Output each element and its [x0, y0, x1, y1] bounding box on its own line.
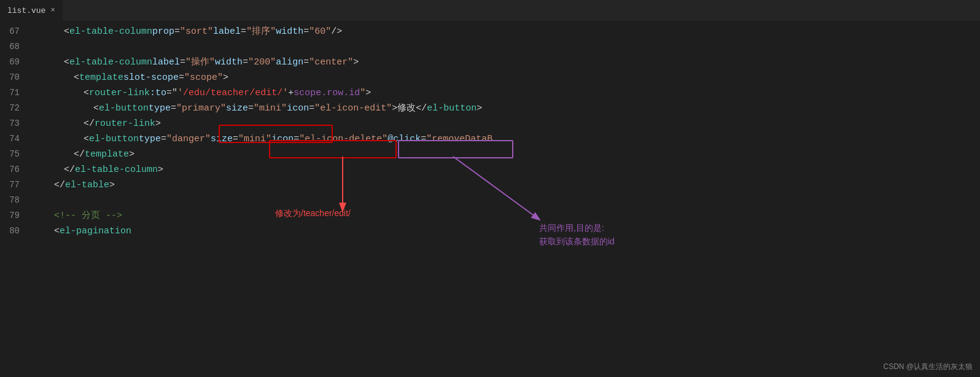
code-line-80: <el-pagination: [29, 223, 980, 239]
line-numbers: 67 68 69 70 71 72 73 74 75 76 77 78 79 8…: [0, 21, 29, 377]
tab-close-icon[interactable]: ×: [50, 6, 55, 15]
line-num-74: 74: [5, 131, 20, 147]
tab-filename: list.vue: [7, 6, 45, 15]
line-num-71: 71: [5, 85, 20, 101]
line-num-72: 72: [5, 101, 20, 116]
code-line-73: </router-link>: [29, 116, 980, 131]
watermark: CSDN @认真生活的灰太狼: [883, 362, 973, 372]
code-line-74: <el-button type="danger" size="mini" ico…: [29, 131, 980, 147]
code-line-77: </el-table>: [29, 177, 980, 193]
line-num-78: 78: [5, 193, 20, 208]
line-num-79: 79: [5, 208, 20, 223]
line-num-77: 77: [5, 177, 20, 193]
code-line-70: <template slot-scope="scope" >: [29, 70, 980, 85]
code-line-67: <el-table-column prop="sort" label="排序" …: [29, 24, 980, 39]
code-line-71: <router-link :to="'/edu/teacher/edit/'+s…: [29, 85, 980, 101]
line-num-69: 69: [5, 55, 20, 70]
code-line-76: </el-table-column>: [29, 162, 980, 177]
code-line-79: <!-- 分页 -->: [29, 208, 980, 223]
tab-bar: list.vue ×: [0, 0, 980, 21]
line-num-68: 68: [5, 39, 20, 55]
code-content: <el-table-column prop="sort" label="排序" …: [29, 21, 980, 377]
code-line-75: </template>: [29, 147, 980, 162]
line-num-70: 70: [5, 70, 20, 85]
code-line-69: <el-table-column label="操作" width="200" …: [29, 55, 980, 70]
line-num-75: 75: [5, 147, 20, 162]
line-num-80: 80: [5, 223, 20, 239]
code-line-72: <el-button type="primary" size="mini" ic…: [29, 101, 980, 116]
line-num-67: 67: [5, 24, 20, 39]
line-num-76: 76: [5, 162, 20, 177]
editor-area: 67 68 69 70 71 72 73 74 75 76 77 78 79 8…: [0, 21, 980, 377]
tab-item-list-vue[interactable]: list.vue ×: [0, 0, 63, 21]
code-line-68: [29, 39, 980, 55]
code-line-78: [29, 193, 980, 208]
line-num-73: 73: [5, 116, 20, 131]
